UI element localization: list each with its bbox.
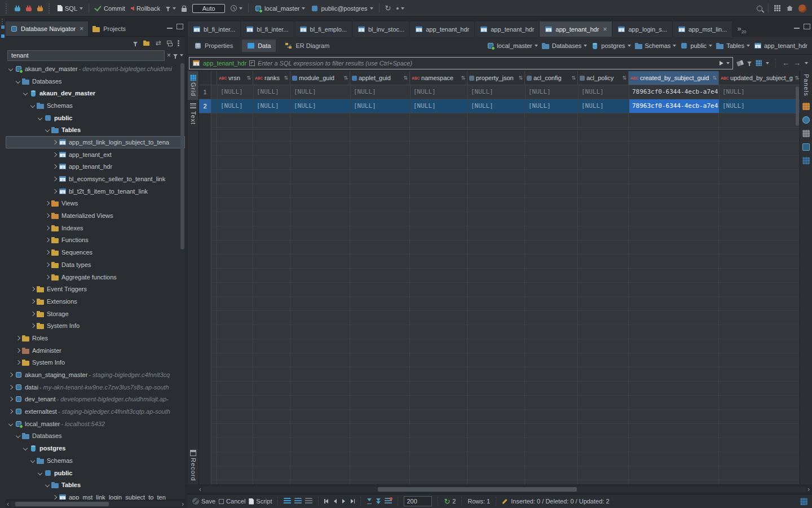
tree-scrollbar[interactable] [180,63,184,249]
column-filter-icon[interactable]: ⇅ [403,75,408,81]
cell-vrsn[interactable]: [NULL] [218,99,254,113]
tree-item-functions[interactable]: Functions [6,234,185,247]
expand-icon[interactable] [51,163,59,170]
maximize-icon[interactable] [176,24,183,29]
tree-item-sequences[interactable]: Sequences [6,246,185,259]
script-button[interactable]: Script [249,498,272,505]
chevron-down-icon[interactable] [401,7,404,10]
cell-updated-by-subject-guid[interactable]: [NULL] [720,85,800,99]
clear-filter-icon[interactable]: × [167,51,171,59]
chevron-down-icon[interactable] [173,7,176,10]
scroll-track[interactable] [10,501,180,507]
tree-item-app-tenant-ext[interactable]: app_tenant_ext [6,148,185,161]
grouping-panel-icon[interactable] [802,103,810,110]
cell-created-by-subject-guid[interactable]: 78963cf0-6344-4ecb-a7e4-79df [629,99,720,113]
expand-icon[interactable] [44,225,51,231]
custom-filters-icon[interactable] [756,60,762,66]
collapse-icon[interactable] [44,126,51,133]
cell-ranks[interactable]: [NULL] [254,99,291,113]
tab-data[interactable]: Data [242,40,276,52]
commit-mode-select[interactable]: Auto [192,4,225,13]
editor-tab-bl-fi-emplo[interactable]: bl_fi_emplo... [294,21,352,37]
chevron-down-icon[interactable] [584,45,587,47]
tree-item-local-master[interactable]: local_master - localhost:5432 [6,418,185,430]
collapse-icon[interactable] [15,432,22,439]
chevron-down-icon[interactable] [80,7,83,10]
tree-item-tables[interactable]: Tables [6,479,185,491]
cell-namespace[interactable]: [NULL] [411,99,468,113]
column-header-vrsn[interactable]: ABCvrsn⇅ [217,71,253,85]
view-menu-icon[interactable] [178,40,179,42]
cell-module-guid[interactable]: [NULL] [291,99,351,113]
cell-applet-guid[interactable]: [NULL] [351,99,411,113]
tree-filter-input[interactable] [7,50,165,61]
cell-module-guid[interactable]: [NULL] [291,85,351,99]
tree-item-tables[interactable]: Tables [6,124,185,136]
tree-item-databases[interactable]: Databases [6,75,185,87]
collapse-icon[interactable] [37,470,44,476]
rollback-button[interactable]: Rollback [129,4,162,13]
scroll-track[interactable] [202,487,806,492]
cancel-button[interactable]: Cancel [219,498,245,505]
editor-tab-app-login-s[interactable]: app_login_s... [612,21,673,37]
last-row-button[interactable] [350,498,355,504]
tree-item-app-tenant-hdr[interactable]: app_tenant_hdr [6,161,185,173]
save-button[interactable]: Save [192,498,215,505]
tree-item-aggregate-functions[interactable]: Aggregate functions [6,271,185,283]
chevron-down-icon[interactable] [370,7,373,10]
clear-filter-icon[interactable] [736,60,744,66]
column-filter-icon[interactable]: ⇅ [795,75,799,81]
expand-icon[interactable] [51,139,59,146]
apply-filter-icon[interactable] [720,61,723,65]
column-header-acl-policy[interactable]: acl_policy⇅ [578,71,629,85]
cell-acl-policy[interactable]: [NULL] [579,99,629,113]
chevron-down-icon[interactable] [709,45,712,47]
cell-acl-config[interactable]: [NULL] [526,99,579,113]
tree-item-storage[interactable]: Storage [6,308,185,320]
save-filter-icon[interactable] [747,62,752,64]
cell-acl-config[interactable]: [NULL] [526,85,579,99]
refresh-button[interactable]: ↻ [383,3,394,13]
editor-tab-bl-fi-inter[interactable]: bl_fi_inter... [241,21,294,37]
disconnect-button[interactable] [35,4,45,12]
tree-item-materialized-views[interactable]: Materialized Views [6,209,185,222]
cell-partial[interactable] [211,85,218,99]
hidden-tabs-chip[interactable]: »20 [737,24,746,34]
scroll-left-icon[interactable]: ‹ [199,486,201,493]
tab-record[interactable]: Record [188,446,198,484]
column-filter-icon[interactable]: ⇅ [461,75,465,81]
expand-icon[interactable] [15,335,22,341]
refresh-result-button[interactable]: ↻2 [444,498,456,505]
fetch-size-input[interactable] [404,496,432,506]
commit-button[interactable]: Commit [92,3,127,13]
active-schema-select[interactable]: public@postgres [308,3,375,14]
grid-corner[interactable] [199,71,211,85]
expand-icon[interactable] [29,286,37,292]
tree-item-bl-t2t-fi-item-to-tenant-link[interactable]: bl_t2t_fi_item_to_tenant_link [6,185,185,198]
search-button[interactable] [754,5,765,12]
expand-icon[interactable] [51,151,59,158]
column-header-namespace[interactable]: ABCnamespace⇅ [410,71,467,85]
expand-icon[interactable] [51,176,59,182]
close-icon[interactable]: × [603,25,607,33]
editor-tab-bl-fi-inter[interactable]: bl_fi_inter... [188,21,241,37]
tree-item-system-info[interactable]: System Info [6,319,185,332]
expand-icon[interactable] [51,188,59,195]
autocommit-lock-button[interactable] [179,4,189,13]
references-panel-icon[interactable] [802,157,810,164]
fetch-all-rows-button[interactable] [376,498,381,504]
grid-vertical-scrollbar[interactable] [796,86,799,126]
column-header-partial[interactable] [211,71,217,85]
breadcrumb-item-local-master[interactable]: local_master [487,42,537,50]
table-row[interactable]: 1[NULL][NULL][NULL][NULL][NULL][NULL][NU… [199,85,800,99]
collapse-icon[interactable] [7,65,15,72]
tab-database-navigator[interactable]: Database Navigator × [6,21,88,36]
cell-property-json[interactable]: [NULL] [468,85,526,99]
filter-objects-icon[interactable] [133,42,138,45]
calculate-row-count-button[interactable] [385,498,392,505]
expand-icon[interactable] [44,212,51,219]
scroll-thumb[interactable] [15,502,109,506]
previous-row-button[interactable] [333,498,338,504]
minimized-view-icon[interactable] [1,34,5,38]
breadcrumb-item-schemas[interactable]: Schemas [635,42,677,50]
